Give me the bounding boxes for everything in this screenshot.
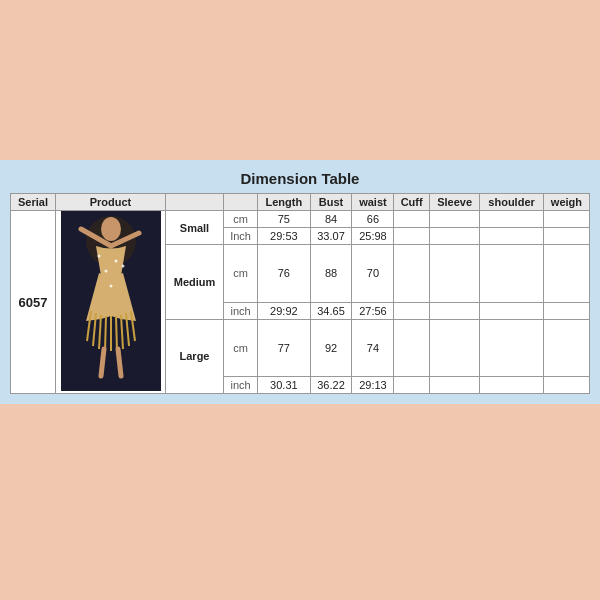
small-cm-waist: 66 xyxy=(352,211,394,228)
small-inch-weigh xyxy=(543,228,589,245)
large-cm-weigh xyxy=(543,319,589,377)
col-unit xyxy=(224,194,258,211)
unit-inch-medium: inch xyxy=(224,302,258,319)
product-image xyxy=(61,211,161,391)
table-section: Dimension Table Serial Product Length Bu… xyxy=(0,160,600,404)
medium-inch-bust: 34.65 xyxy=(310,302,352,319)
small-cm-weigh xyxy=(543,211,589,228)
small-inch-shoulder xyxy=(480,228,544,245)
small-inch-cuff xyxy=(394,228,430,245)
medium-inch-shoulder xyxy=(480,302,544,319)
svg-line-15 xyxy=(118,349,121,376)
table-row: 6057 xyxy=(11,211,590,228)
svg-line-14 xyxy=(101,349,104,376)
medium-inch-sleeve xyxy=(429,302,479,319)
unit-inch-large: inch xyxy=(224,377,258,394)
svg-line-8 xyxy=(105,316,106,351)
svg-point-19 xyxy=(121,265,124,268)
unit-inch-small: Inch xyxy=(224,228,258,245)
unit-cm-medium: cm xyxy=(224,245,258,303)
medium-inch-weigh xyxy=(543,302,589,319)
large-inch-bust: 36.22 xyxy=(310,377,352,394)
medium-cm-weigh xyxy=(543,245,589,303)
col-size xyxy=(166,194,224,211)
medium-cm-length: 76 xyxy=(258,245,310,303)
medium-inch-waist: 27:56 xyxy=(352,302,394,319)
large-inch-length: 30.31 xyxy=(258,377,310,394)
large-inch-shoulder xyxy=(480,377,544,394)
dimension-table: Serial Product Length Bust waist Cuff Sl… xyxy=(10,193,590,394)
medium-inch-cuff xyxy=(394,302,430,319)
medium-inch-length: 29:92 xyxy=(258,302,310,319)
small-cm-cuff xyxy=(394,211,430,228)
unit-cm-small: cm xyxy=(224,211,258,228)
small-inch-bust: 33.07 xyxy=(310,228,352,245)
col-shoulder: shoulder xyxy=(480,194,544,211)
medium-cm-sleeve xyxy=(429,245,479,303)
medium-cm-cuff xyxy=(394,245,430,303)
large-cm-length: 77 xyxy=(258,319,310,377)
large-cm-bust: 92 xyxy=(310,319,352,377)
svg-point-20 xyxy=(109,285,112,288)
medium-cm-shoulder xyxy=(480,245,544,303)
col-sleeve: Sleeve xyxy=(429,194,479,211)
product-image-cell xyxy=(56,211,166,394)
col-waist: waist xyxy=(352,194,394,211)
medium-cm-waist: 70 xyxy=(352,245,394,303)
table-header-row: Serial Product Length Bust waist Cuff Sl… xyxy=(11,194,590,211)
large-inch-cuff xyxy=(394,377,430,394)
size-large: Large xyxy=(166,319,224,394)
col-product: Product xyxy=(56,194,166,211)
small-cm-sleeve xyxy=(429,211,479,228)
small-inch-length: 29:53 xyxy=(258,228,310,245)
col-serial: Serial xyxy=(11,194,56,211)
svg-line-10 xyxy=(116,316,117,351)
large-cm-shoulder xyxy=(480,319,544,377)
svg-point-2 xyxy=(101,217,121,241)
large-cm-waist: 74 xyxy=(352,319,394,377)
col-bust: Bust xyxy=(310,194,352,211)
top-banner xyxy=(0,0,600,160)
serial-number: 6057 xyxy=(11,211,56,394)
large-inch-waist: 29:13 xyxy=(352,377,394,394)
col-cuff: Cuff xyxy=(394,194,430,211)
large-inch-weigh xyxy=(543,377,589,394)
table-title: Dimension Table xyxy=(10,170,590,187)
medium-cm-bust: 88 xyxy=(310,245,352,303)
unit-cm-large: cm xyxy=(224,319,258,377)
svg-point-16 xyxy=(97,255,100,258)
col-length: Length xyxy=(258,194,310,211)
svg-point-17 xyxy=(114,260,117,263)
small-cm-bust: 84 xyxy=(310,211,352,228)
large-cm-cuff xyxy=(394,319,430,377)
small-inch-sleeve xyxy=(429,228,479,245)
small-inch-waist: 25:98 xyxy=(352,228,394,245)
small-cm-shoulder xyxy=(480,211,544,228)
large-cm-sleeve xyxy=(429,319,479,377)
svg-point-18 xyxy=(104,270,107,273)
large-inch-sleeve xyxy=(429,377,479,394)
size-small: Small xyxy=(166,211,224,245)
small-cm-length: 75 xyxy=(258,211,310,228)
size-medium: Medium xyxy=(166,245,224,320)
col-weigh: weigh xyxy=(543,194,589,211)
